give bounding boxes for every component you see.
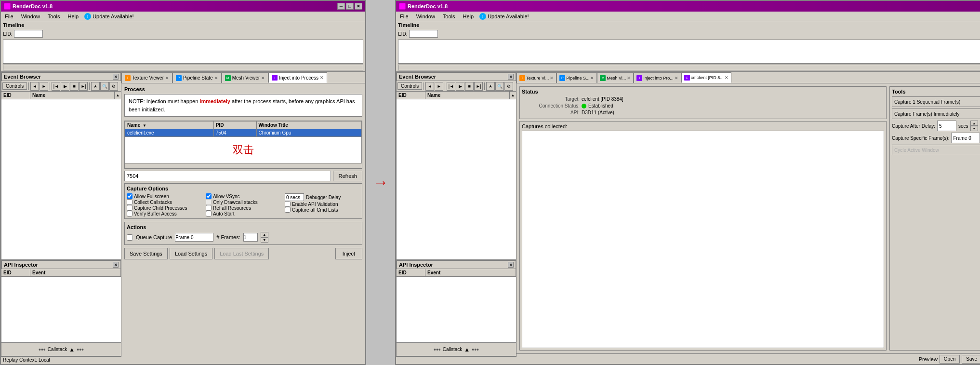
left-menu-help[interactable]: Help [66,13,81,20]
left-ctrl-play[interactable]: ▶ [61,82,69,91]
right-delay-spin-up[interactable]: ▲ [970,121,978,126]
left-enable-api-cb[interactable] [285,201,291,207]
left-ctrl-bookmark[interactable]: ★ [91,82,100,91]
left-only-drawcall-cb[interactable] [206,199,212,205]
left-allow-fullscreen-cb[interactable] [127,193,132,199]
right-capture-immediately-btn[interactable]: Capture Frame(s) Immediately [892,108,980,119]
right-capture-specific-input[interactable] [951,133,980,143]
left-tab-inject[interactable]: I Inject into Process ✕ [268,72,327,83]
left-load-last-btn[interactable]: Load Last Settings [214,248,269,259]
left-controls-tab[interactable]: Controls [2,82,27,90]
left-capture-child-cb[interactable] [127,205,132,211]
right-open-btn[interactable]: Open [940,355,960,364]
right-save-btn[interactable]: Save [962,355,980,364]
right-event-scroll[interactable]: ▲ [509,92,516,99]
right-ctrl-fwd[interactable]: ► [435,82,443,91]
right-ctrl-play[interactable]: ▶ [456,82,464,91]
left-process-table-container[interactable]: Name ▼ PID Window Title cefclient.exe 75… [124,121,362,169]
right-tab-texture[interactable]: T Texture Vi... ✕ [516,72,556,83]
left-event-scroll[interactable]: ▲ [114,92,121,99]
left-debugger-input[interactable] [285,193,304,201]
left-api-inspector-close[interactable]: ✕ [113,262,119,268]
right-tab-inject-close[interactable]: ✕ [675,76,678,81]
left-tab-mesh[interactable]: M Mesh Viewer ✕ [222,72,269,83]
right-tab-texture-close[interactable]: ✕ [550,76,554,81]
left-allow-vsync-row: Allow VSync [206,193,281,199]
left-ctrl-first[interactable]: |◄ [52,82,60,91]
right-tab-pipeline[interactable]: P Pipeline S... ✕ [556,72,597,83]
right-event-browser-close[interactable]: ✕ [508,74,514,80]
left-tab-inject-close[interactable]: ✕ [320,75,324,80]
left-tab-pipeline-close[interactable]: ✕ [214,76,218,81]
left-texture-icon: T [125,75,131,81]
right-controls-tab[interactable]: Controls [397,82,422,90]
right-menu-help[interactable]: Help [461,13,476,20]
right-timeline-header: Timeline [396,21,980,29]
left-frames-spin-down[interactable]: ▼ [261,237,268,243]
left-eid-input[interactable] [14,30,43,38]
right-target-value: cefclient [PID 8384] [582,96,623,102]
left-ctrl-back[interactable]: ◄ [30,82,39,91]
left-menu-window[interactable]: Window [19,13,42,20]
left-save-settings-btn[interactable]: Save Settings [124,248,168,259]
left-refresh-btn[interactable]: Refresh [333,171,362,181]
right-delay-spin-down[interactable]: ▼ [970,126,978,131]
left-frames-spin-up[interactable]: ▲ [261,232,268,237]
left-tab-texture[interactable]: T Texture Viewer ✕ [121,72,172,83]
right-update-btn[interactable]: ! Update Available! [479,13,529,20]
right-ctrl-settings[interactable]: ⚙ [504,82,513,91]
left-frames-input[interactable] [243,233,258,242]
left-load-settings-btn[interactable]: Load Settings [170,248,212,259]
left-process-row[interactable]: cefclient.exe 7504 Chromium Gpu [125,129,362,137]
right-menu-window[interactable]: Window [414,13,437,20]
right-ctrl-back[interactable]: ◄ [425,82,434,91]
left-capture-cmd-cb[interactable] [285,207,291,213]
left-tab-texture-close[interactable]: ✕ [165,76,169,81]
right-ctrl-bookmark[interactable]: ★ [486,82,495,91]
left-allow-vsync-cb[interactable] [206,193,212,199]
left-queue-capture-cb[interactable] [127,234,133,241]
left-api-event-col: Event [30,269,121,276]
right-ctrl-first[interactable]: |◄ [447,82,455,91]
right-tab-pipeline-close[interactable]: ✕ [590,76,594,81]
left-event-browser-close[interactable]: ✕ [113,74,119,80]
right-tab-cefclient-close[interactable]: ✕ [725,75,728,80]
left-ctrl-settings[interactable]: ⚙ [109,82,118,91]
right-capture1-btn[interactable]: Capture 1 Sequential Frame(s) [892,96,980,107]
left-ctrl-stop[interactable]: ■ [70,82,79,91]
right-eid-input[interactable] [409,30,438,38]
left-collect-callstacks-cb[interactable] [127,199,132,205]
right-tab-mesh-close[interactable]: ✕ [627,76,631,81]
left-auto-start-cb[interactable] [206,211,212,216]
left-ctrl-fwd[interactable]: ► [40,82,48,91]
right-tab-inject[interactable]: I Inject into Pro... ✕ [634,72,681,83]
left-timeline-scrollbar[interactable] [3,65,363,70]
right-timeline-scrollbar[interactable] [398,65,980,70]
right-ctrl-find[interactable]: 🔍 [495,82,504,91]
left-inject-btn[interactable]: Inject [335,248,362,259]
left-verify-buffer-cb[interactable] [127,211,132,216]
right-tab-mesh[interactable]: M Mesh Vi... ✕ [597,72,634,83]
left-update-btn[interactable]: ! Update Available! [84,13,133,20]
right-api-inspector-close[interactable]: ✕ [508,262,514,268]
left-close-btn[interactable]: ✕ [355,3,362,10]
left-pid-input[interactable] [124,171,331,181]
left-tab-pipeline[interactable]: P Pipeline State ✕ [172,72,222,83]
right-menu-tools[interactable]: Tools [441,13,457,20]
left-queue-input[interactable] [175,233,213,242]
left-ref-all-cb[interactable] [206,205,212,211]
right-ctrl-stop[interactable]: ■ [465,82,474,91]
left-tab-mesh-close[interactable]: ✕ [261,76,265,81]
left-ctrl-last[interactable]: ►| [79,82,88,91]
right-ctrl-last[interactable]: ►| [474,82,483,91]
right-cycle-window-btn[interactable]: Cycle Active Window [892,145,980,155]
right-name-col-header: Name [425,92,509,99]
right-tab-cefclient[interactable]: C cefclient [PID 8... ✕ [681,72,731,83]
left-minimize-btn[interactable]: ─ [337,3,345,10]
left-ctrl-find[interactable]: 🔍 [100,82,109,91]
right-capture-delay-input[interactable] [937,121,956,131]
left-maximize-btn[interactable]: □ [346,3,354,10]
left-menu-tools[interactable]: Tools [46,13,62,20]
right-menu-file[interactable]: File [398,13,411,20]
left-menu-file[interactable]: File [3,13,15,20]
